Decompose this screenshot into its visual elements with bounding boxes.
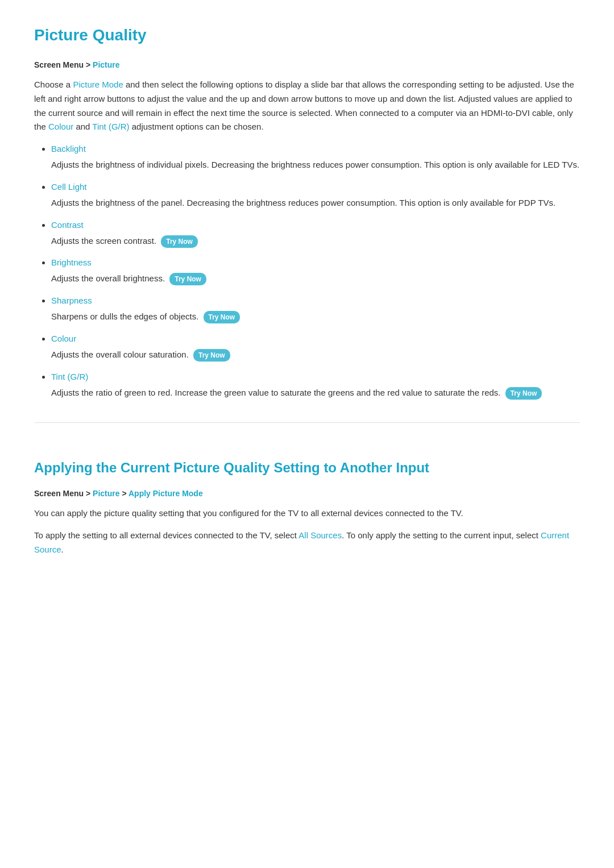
list-item: Sharpness Sharpens or dulls the edges of… <box>51 294 580 324</box>
contrast-try-now[interactable]: Try Now <box>161 235 198 248</box>
list-item: Backlight Adjusts the brightness of indi… <box>51 142 580 172</box>
breadcrumb-section2: Screen Menu > Picture > Apply Picture Mo… <box>34 487 580 500</box>
list-item: Brightness Adjusts the overall brightnes… <box>51 256 580 286</box>
breadcrumb-picture-link[interactable]: Picture <box>93 60 119 69</box>
list-item: Cell Light Adjusts the brightness of the… <box>51 180 580 210</box>
section2-para1: You can apply the picture quality settin… <box>34 506 580 521</box>
cell-light-desc: Adjusts the brightness of the panel. Dec… <box>41 196 580 210</box>
brightness-desc: Adjusts the overall brightness. Try Now <box>41 272 580 286</box>
breadcrumb-arrow2: > <box>120 489 128 498</box>
page-title: Picture Quality <box>34 23 580 48</box>
sharpness-try-now[interactable]: Try Now <box>204 311 240 323</box>
section-divider <box>34 422 580 423</box>
brightness-try-now[interactable]: Try Now <box>169 273 206 285</box>
breadcrumb-picture-link2[interactable]: Picture <box>93 489 119 498</box>
breadcrumb-screen-menu-label2: Screen Menu > <box>34 489 93 498</box>
backlight-desc: Adjusts the brightness of individual pix… <box>41 158 580 172</box>
list-item: Contrast Adjusts the screen contrast. Tr… <box>51 218 580 248</box>
picture-mode-link[interactable]: Picture Mode <box>73 80 123 89</box>
tint-label[interactable]: Tint (G/R) <box>51 372 88 381</box>
cell-light-label[interactable]: Cell Light <box>51 182 87 192</box>
list-item: Colour Adjusts the overall colour satura… <box>51 332 580 362</box>
all-sources-link[interactable]: All Sources <box>298 530 342 540</box>
sharpness-desc: Sharpens or dulls the edges of objects. … <box>41 310 580 324</box>
breadcrumb-screen-menu-label: Screen Menu > <box>34 60 93 69</box>
tint-try-now[interactable]: Try Now <box>505 387 542 400</box>
list-item: Tint (G/R) Adjusts the ratio of green to… <box>51 370 580 400</box>
contrast-label[interactable]: Contrast <box>51 220 84 230</box>
picture-quality-list: Backlight Adjusts the brightness of indi… <box>51 142 580 400</box>
tint-desc: Adjusts the ratio of green to red. Incre… <box>41 386 580 400</box>
section2-para2: To apply the setting to all external dev… <box>34 529 580 557</box>
colour-intro-link[interactable]: Colour <box>48 122 73 131</box>
colour-try-now[interactable]: Try Now <box>193 349 230 362</box>
sharpness-label[interactable]: Sharpness <box>51 296 92 305</box>
breadcrumb-section1: Screen Menu > Picture <box>34 59 580 71</box>
colour-label[interactable]: Colour <box>51 334 76 343</box>
brightness-label[interactable]: Brightness <box>51 258 92 267</box>
section2-title: Applying the Current Picture Quality Set… <box>34 457 580 479</box>
contrast-desc: Adjusts the screen contrast. Try Now <box>41 234 580 248</box>
backlight-label[interactable]: Backlight <box>51 144 86 153</box>
section1-intro: Choose a Picture Mode and then select th… <box>34 78 580 134</box>
breadcrumb-apply-picture-mode-link[interactable]: Apply Picture Mode <box>128 489 203 498</box>
tint-intro-link[interactable]: Tint (G/R) <box>92 122 129 131</box>
colour-desc: Adjusts the overall colour saturation. T… <box>41 348 580 362</box>
